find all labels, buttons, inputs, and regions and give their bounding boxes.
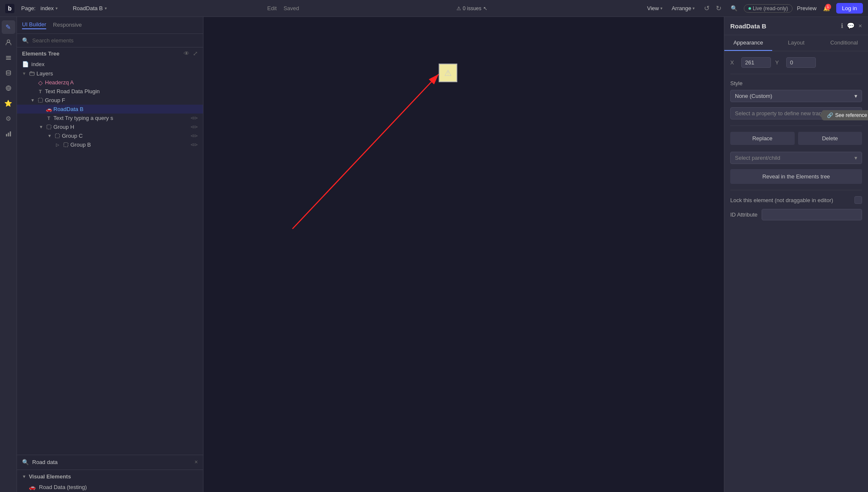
login-button[interactable]: Log in (836, 3, 863, 14)
visual-elements-header[interactable]: ▼ Visual Elements (17, 471, 203, 482)
arrange-chevron-icon: ▾ (693, 6, 695, 11)
svg-rect-11 (47, 125, 51, 129)
topbar-right: View ▾ Arrange ▾ ↺ ↻ 🔍 Live (read-only) … (645, 3, 863, 14)
live-badge[interactable]: Live (read-only) (744, 4, 793, 13)
group-f-icon (37, 97, 43, 103)
tree-row-text-try[interactable]: T Text Try typing a query s ⊲⊳ (17, 114, 203, 122)
edit-button[interactable]: Edit (267, 5, 276, 11)
icon-sidebar: ✎ ⭐ ⚙ (0, 17, 17, 492)
sidebar-item-edit[interactable]: ✎ (2, 20, 15, 34)
y-label: Y (775, 59, 782, 66)
delete-button[interactable]: Delete (798, 132, 862, 145)
component-name: RoadData B (73, 5, 103, 11)
group-c-action-icon[interactable]: ⊲⊳ (190, 133, 198, 139)
visual-elements-arrow-icon: ▼ (22, 474, 26, 479)
right-panel: RoadData B ℹ 💬 × Appearance Layout Condi… (724, 17, 868, 492)
tree-row-index[interactable]: 📄 index (17, 59, 203, 69)
style-value: None (Custom) (735, 93, 772, 99)
style-dropdown[interactable]: None (Custom) ▾ (730, 90, 862, 102)
svg-rect-13 (64, 143, 68, 147)
lock-checkbox[interactable] (854, 196, 862, 204)
page-selector[interactable]: Page: index ▾ (18, 4, 61, 13)
undo-button[interactable]: ↺ (701, 3, 712, 14)
tree-expand-icon[interactable]: ⤢ (193, 50, 198, 57)
x-input[interactable] (741, 57, 771, 68)
layers-folder-icon (29, 71, 35, 77)
action-buttons: Replace Delete (730, 132, 862, 145)
tab-conditional[interactable]: Conditional (820, 35, 868, 51)
group-c-label: Group C (62, 133, 189, 139)
y-input[interactable] (786, 57, 816, 68)
close-panel-icon[interactable]: × (858, 22, 862, 30)
svg-rect-12 (55, 134, 59, 138)
notification-button[interactable]: 🔔 1 (821, 3, 832, 14)
layers-arrow-icon: ▼ (22, 71, 27, 76)
tree-row-layers[interactable]: ▼ Layers (17, 69, 203, 78)
divider-reveal (730, 190, 862, 190)
search-bar: 🔍 (17, 34, 203, 47)
page-name: index (41, 5, 54, 11)
tree-row-group-b[interactable]: ▷ Group B ⊲⊳ (17, 140, 203, 149)
group-c-arrow-icon: ▼ (47, 133, 53, 138)
search-input[interactable] (32, 37, 198, 44)
arrange-label: Arrange (672, 5, 691, 11)
car-icon: 🚗 (46, 106, 52, 112)
see-reference-tooltip[interactable]: 🔗 See reference (822, 110, 868, 120)
id-attribute-label: ID Attribute (730, 211, 757, 218)
divider-xy (730, 74, 862, 74)
reveal-button[interactable]: Reveal in the Elements tree (730, 169, 862, 184)
right-panel-header: RoadData B ℹ 💬 × (724, 17, 868, 35)
group-f-arrow-icon: ▼ (31, 98, 36, 103)
tab-layout[interactable]: Layout (772, 35, 820, 51)
search-bar-icon: 🔍 (22, 37, 29, 44)
elements-tree-title: Elements Tree (22, 50, 59, 57)
visibility-icon[interactable]: ⊲⊳ (190, 115, 198, 121)
xy-row: X Y (730, 57, 862, 68)
tree-row-roaddata-b[interactable]: 🚗 RoadData B (17, 105, 203, 114)
tree-header: Elements Tree 👁 ⤢ (17, 47, 203, 59)
sidebar-item-layers[interactable] (2, 51, 15, 64)
svg-rect-7 (8, 133, 9, 136)
tree-row-group-f[interactable]: ▼ Group F (17, 96, 203, 105)
search-clear-button[interactable]: × (195, 459, 198, 465)
parent-child-dropdown[interactable]: Select parent/child ▾ (730, 152, 862, 164)
tree-row-headerzq[interactable]: ◇ Headerzq A (17, 78, 203, 87)
view-button[interactable]: View ▾ (645, 4, 665, 13)
group-h-action-icon[interactable]: ⊲⊳ (190, 124, 198, 130)
search-button[interactable]: 🔍 (729, 3, 740, 14)
search-panel-icon: 🔍 (22, 459, 29, 465)
canvas-roaddata-element[interactable]: ⚠ (439, 64, 457, 82)
tab-ui-builder[interactable]: UI Builder (22, 21, 46, 29)
parent-child-label: Select parent/child (735, 155, 780, 161)
sidebar-item-database[interactable] (2, 66, 15, 80)
road-data-car-icon: 🚗 (29, 484, 36, 490)
live-label: Live (read-only) (753, 6, 788, 11)
component-selector[interactable]: RoadData B ▾ (70, 4, 110, 13)
comment-icon[interactable]: 💬 (847, 22, 855, 30)
preview-button[interactable]: Preview (797, 5, 816, 11)
canvas[interactable]: ⚠ (203, 17, 724, 492)
sidebar-item-users[interactable] (2, 36, 15, 49)
tree-row-text-road[interactable]: T Text Road Data Plugin (17, 87, 203, 96)
view-chevron-icon: ▾ (660, 6, 662, 11)
sidebar-item-settings[interactable]: ⚙ (2, 112, 15, 125)
visual-element-road-data[interactable]: 🚗 Road Data (testing) (17, 482, 203, 492)
search-panel-input[interactable] (32, 459, 191, 465)
info-icon[interactable]: ℹ (841, 22, 843, 30)
sidebar-item-star[interactable]: ⭐ (2, 97, 15, 110)
tree-eye-icon[interactable]: 👁 (184, 50, 189, 57)
tab-appearance[interactable]: Appearance (724, 35, 772, 51)
sidebar-item-globe[interactable] (2, 81, 15, 95)
sidebar-item-chart[interactable] (2, 127, 15, 141)
group-b-action-icon[interactable]: ⊲⊳ (190, 142, 198, 147)
arrange-button[interactable]: Arrange ▾ (669, 4, 697, 13)
replace-button[interactable]: Replace (730, 132, 795, 145)
text-try-icon: T (46, 115, 52, 121)
id-attribute-input[interactable] (762, 209, 862, 220)
tree-row-group-c[interactable]: ▼ Group C ⊲⊳ (17, 131, 203, 140)
issues-button[interactable]: ⚠ 0 issues ↖ (456, 6, 487, 11)
issues-warning-icon: ⚠ (456, 6, 461, 11)
tree-row-group-h[interactable]: ▼ Group H ⊲⊳ (17, 122, 203, 131)
tab-responsive[interactable]: Responsive (53, 22, 82, 29)
redo-button[interactable]: ↻ (713, 3, 724, 14)
